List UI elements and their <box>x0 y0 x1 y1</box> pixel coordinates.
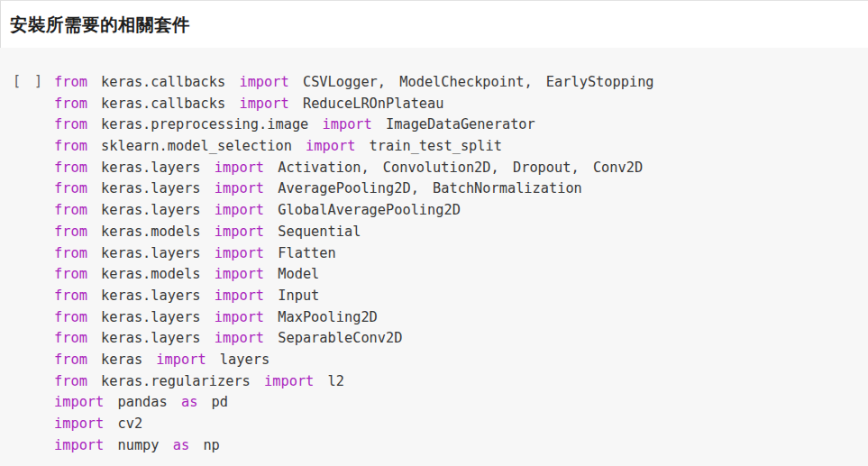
code-line: import pandas as pd <box>54 392 859 414</box>
code-line: from keras.models import Model <box>54 264 859 286</box>
code-line: from keras.regularizers import l2 <box>54 371 859 393</box>
code-line: from keras.layers import GlobalAveragePo… <box>54 200 859 222</box>
code-line: from keras.layers import SeparableConv2D <box>54 328 859 350</box>
code-line: from keras.layers import AveragePooling2… <box>54 178 859 200</box>
code-line: import numpy as np <box>54 435 859 457</box>
code-line: from keras import layers <box>54 350 859 371</box>
code-line: from keras.layers import Flatten <box>54 243 859 265</box>
code-line: from keras.models import Sequential <box>54 222 859 243</box>
run-cell-button[interactable]: [ ] <box>13 73 45 89</box>
code-line: import cv2 <box>54 414 859 435</box>
code-line: from keras.layers import Activation, Con… <box>54 158 859 179</box>
section-title: 安裝所需要的相關套件 <box>10 13 190 37</box>
code-line: from keras.layers import Input <box>54 286 859 307</box>
markdown-header-cell[interactable]: 安裝所需要的相關套件 <box>0 0 868 48</box>
code-cell[interactable]: [ ] from keras.callbacks import CSVLogge… <box>0 48 868 466</box>
code-line: from keras.layers import MaxPooling2D <box>54 307 859 329</box>
code-editor[interactable]: from keras.callbacks import CSVLogger, M… <box>54 72 859 456</box>
code-line: from keras.preprocessing.image import Im… <box>54 114 859 136</box>
code-line: from sklearn.model_selection import trai… <box>54 136 859 158</box>
code-line: from keras.callbacks import CSVLogger, M… <box>54 72 859 94</box>
code-line: from keras.callbacks import ReduceLROnPl… <box>54 94 859 115</box>
